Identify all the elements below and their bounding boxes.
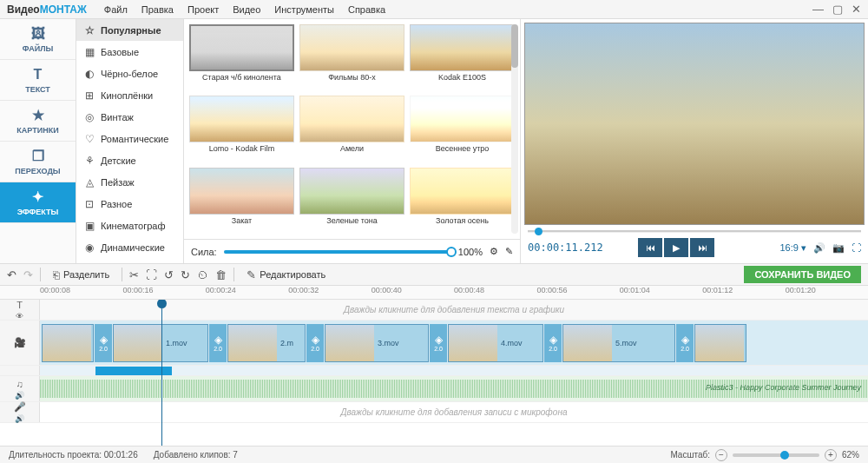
timeline-clip[interactable]: 5.mov: [562, 324, 675, 362]
edit-button[interactable]: ✎Редактировать: [241, 267, 331, 283]
save-video-button[interactable]: СОХРАНИТЬ ВИДЕО: [744, 266, 861, 283]
star-icon: ★: [32, 107, 44, 123]
cat-vintage[interactable]: ◎Винтаж: [76, 106, 183, 128]
menu-video[interactable]: Видео: [233, 4, 260, 15]
prev-button[interactable]: ⏮: [638, 238, 662, 257]
text-icon: T: [34, 67, 43, 83]
effect-card[interactable]: Зеленые тона: [299, 168, 404, 234]
cat-dynamic[interactable]: ◉Динамические: [76, 236, 183, 258]
effect-card[interactable]: Фильмы 80-х: [299, 24, 404, 90]
transition[interactable]: ◈2.0: [544, 324, 562, 362]
settings-icon[interactable]: ⚙: [490, 246, 498, 257]
delete-icon[interactable]: 🗑: [215, 268, 227, 281]
seek-bar[interactable]: [524, 227, 865, 235]
effect-card[interactable]: Весеннее утро: [410, 96, 515, 162]
menu-edit[interactable]: Правка: [141, 4, 174, 15]
rotate-right-icon[interactable]: ↻: [181, 268, 190, 281]
zoom-in-button[interactable]: +: [825, 449, 837, 461]
status-bar: Длительность проекта: 00:01:26 Добавлено…: [0, 446, 868, 463]
timeline-clip[interactable]: [42, 324, 94, 362]
preview-panel: 00:00:11.212 ⏮ ▶ ⏭ 16:9 ▾ 🔊 📷 ⛶: [521, 19, 868, 263]
timeline-clip[interactable]: 3.mov: [325, 324, 429, 362]
app-logo: ВидеоМОНТАЖ: [7, 3, 87, 16]
transition[interactable]: ◈2.0: [209, 324, 227, 362]
cat-bw[interactable]: ◐Чёрно-белое: [76, 63, 183, 84]
wand-icon[interactable]: ✎: [505, 246, 513, 257]
undo-icon[interactable]: ↶: [7, 268, 16, 281]
timeline-clip[interactable]: 2.m: [227, 324, 306, 362]
zoom-out-button[interactable]: −: [715, 449, 727, 461]
menu-file[interactable]: Файл: [104, 4, 128, 15]
tab-files[interactable]: 🖼ФАЙЛЫ: [0, 19, 76, 60]
timeline-clip[interactable]: [694, 324, 746, 362]
tab-transitions[interactable]: ❐ПЕРЕХОДЫ: [0, 142, 76, 182]
strength-row: Сила: 100% ⚙ ✎: [184, 239, 520, 263]
cat-popular[interactable]: ☆Популярные: [76, 19, 183, 41]
tab-pictures[interactable]: ★КАРТИНКИ: [0, 101, 76, 142]
aspect-ratio[interactable]: 16:9 ▾: [779, 242, 806, 254]
timeline-clip[interactable]: 1.mov: [113, 324, 208, 362]
duration-label: Длительность проекта: 00:01:26: [9, 450, 138, 460]
transition[interactable]: ◈2.0: [430, 324, 447, 362]
timeline-clip[interactable]: 4.mov: [448, 324, 543, 362]
menu-tools[interactable]: Инструменты: [274, 4, 334, 15]
cut-icon[interactable]: ✂: [129, 268, 139, 281]
rotate-left-icon[interactable]: ↺: [164, 268, 174, 281]
video-track-body[interactable]: ◈2.0 1.mov ◈2.0 2.m ◈2.0 3.mov ◈2.0 4.mo…: [40, 321, 868, 365]
cat-cinema[interactable]: ▣Кинематограф: [76, 215, 183, 236]
preview-video[interactable]: [524, 23, 865, 225]
cat-misc[interactable]: ⊡Разное: [76, 193, 183, 215]
maximize-icon[interactable]: ▢: [832, 3, 843, 16]
effect-card[interactable]: Амели: [299, 96, 404, 162]
transition[interactable]: ◈2.0: [306, 324, 324, 362]
mic-track: 🎤🔊 Дважды кликните для добавления записи…: [0, 402, 868, 423]
cat-basic[interactable]: ▦Базовые: [76, 41, 183, 63]
menu-help[interactable]: Справка: [348, 4, 385, 15]
play-button[interactable]: ▶: [664, 238, 688, 257]
speaker-icon[interactable]: 🔊: [15, 391, 24, 400]
fullscreen-icon[interactable]: ⛶: [852, 242, 861, 253]
audio-track-body[interactable]: Plastic3 - Happy Corporate Summer Journe…: [40, 376, 868, 401]
effect-card[interactable]: Kodak E100S: [410, 24, 515, 90]
menu-project[interactable]: Проект: [187, 4, 219, 15]
cat-landscape[interactable]: ◬Пейзаж: [76, 171, 183, 193]
redo-icon[interactable]: ↷: [23, 268, 33, 281]
transition[interactable]: ◈2.0: [95, 324, 112, 362]
zoom-slider[interactable]: [733, 453, 819, 457]
fx-track: [0, 366, 868, 376]
close-icon[interactable]: ✕: [852, 3, 861, 16]
cat-romantic[interactable]: ♡Романтические: [76, 128, 183, 149]
volume-icon[interactable]: 🔊: [813, 242, 825, 254]
speed-icon[interactable]: ⏲: [197, 268, 208, 281]
effect-card[interactable]: Lomo - Kodak Film: [189, 96, 294, 162]
next-button[interactable]: ⏭: [690, 238, 714, 257]
main-menu: Файл Правка Проект Видео Инструменты Спр…: [104, 4, 385, 15]
sparkle-icon: ✦: [32, 189, 43, 205]
cat-my[interactable]: ☺Мои эффекты: [76, 258, 183, 263]
timecode: 00:00:11.212: [528, 241, 603, 254]
scrollbar[interactable]: [511, 24, 518, 234]
effect-card[interactable]: Золотая осень: [410, 168, 515, 234]
text-track: T👁 Дважды кликните для добавления текста…: [0, 300, 868, 321]
split-button[interactable]: ⎗Разделить: [48, 267, 115, 283]
eye-icon[interactable]: 👁: [16, 312, 23, 321]
strength-slider[interactable]: [224, 250, 451, 254]
fx-track-body[interactable]: [40, 366, 868, 375]
effect-card[interactable]: Закат: [189, 168, 294, 234]
fx-segment[interactable]: [95, 367, 172, 375]
tab-text[interactable]: TТЕКСТ: [0, 60, 76, 101]
cat-film[interactable]: ⊞Киноплёнки: [76, 84, 183, 106]
timeline-ruler[interactable]: 00:00:0800:00:1600:00:2400:00:3200:00:40…: [0, 286, 868, 300]
star-outline-icon: ☆: [83, 24, 95, 36]
mic-track-body[interactable]: Дважды кликните для добавления записи с …: [40, 402, 868, 422]
effect-card[interactable]: Старая ч/б кинолента: [189, 24, 294, 90]
cat-kids[interactable]: ⚘Детские: [76, 149, 183, 171]
playhead[interactable]: [161, 300, 162, 446]
minimize-icon[interactable]: —: [812, 3, 824, 16]
transition[interactable]: ◈2.0: [676, 324, 694, 362]
camera-icon: 🎥: [14, 337, 26, 348]
snapshot-icon[interactable]: 📷: [832, 242, 845, 254]
tab-effects[interactable]: ✦ЭФФЕКТЫ: [0, 182, 76, 223]
crop-icon[interactable]: ⛶: [146, 268, 157, 281]
speaker-icon[interactable]: 🔊: [15, 414, 24, 423]
